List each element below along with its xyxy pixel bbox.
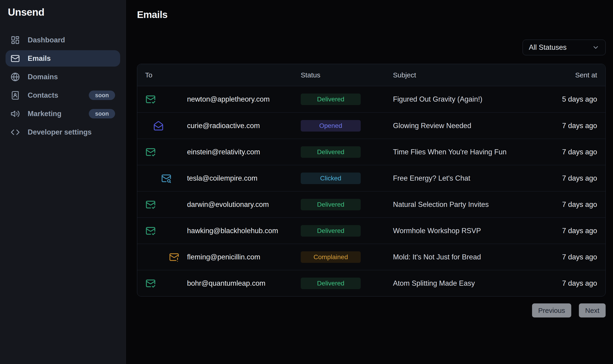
subject-cell: Time Flies When You're Having Fun: [393, 148, 531, 156]
status-badge: Delivered: [301, 93, 361, 105]
page-title: Emails: [137, 9, 606, 21]
previous-button[interactable]: Previous: [532, 303, 572, 317]
status-cell: Opened: [301, 120, 393, 131]
table-row[interactable]: einstein@relativity.com Delivered Time F…: [137, 139, 605, 165]
subject-cell: Wormhole Workshop RSVP: [393, 227, 531, 235]
sidebar-item-emails[interactable]: Emails: [6, 50, 120, 66]
sent-at-cell: 7 days ago: [531, 227, 605, 235]
mail-check-icon: [146, 147, 156, 157]
recipient-cell: tesla@coilempire.com: [137, 173, 301, 183]
sidebar-item-label: Emails: [28, 54, 51, 63]
layout-dashboard-icon: [11, 36, 20, 45]
status-cell: Delivered: [301, 146, 393, 158]
table-row[interactable]: curie@radioactive.com Opened Glowing Rev…: [137, 112, 605, 139]
status-badge: Delivered: [301, 199, 361, 210]
filter-row: All Statuses: [137, 40, 606, 55]
status-cell: Delivered: [301, 225, 393, 237]
status-cell: Delivered: [301, 278, 393, 289]
column-header-subject: Subject: [393, 71, 531, 79]
sidebar-item-label: Developer settings: [28, 128, 92, 136]
subject-cell: Atom Splitting Made Easy: [393, 279, 531, 287]
globe-icon: [11, 72, 20, 81]
next-button[interactable]: Next: [579, 303, 606, 317]
recipient-email: curie@radioactive.com: [187, 122, 260, 130]
sidebar-item-label: Dashboard: [28, 36, 65, 44]
code-icon: [11, 128, 20, 137]
main-content: Emails All Statuses To Status Subject Se…: [126, 0, 613, 364]
mail-open-icon: [153, 121, 163, 131]
sidebar-item-label: Contacts: [28, 91, 58, 100]
subject-cell: Figured Out Gravity (Again!): [393, 95, 531, 104]
table-row[interactable]: fleming@penicillin.com Complained Mold: …: [137, 244, 605, 270]
recipient-email: darwin@evolutionary.com: [187, 200, 269, 209]
sidebar-item-domains[interactable]: Domains: [6, 69, 120, 85]
sidebar-item-label: Marketing: [28, 110, 61, 118]
recipient-email: einstein@relativity.com: [187, 148, 260, 156]
recipient-cell: bohr@quantumleap.com: [137, 278, 301, 288]
table-row[interactable]: tesla@coilempire.com Clicked Free Energy…: [137, 165, 605, 191]
recipient-email: fleming@penicillin.com: [187, 253, 260, 261]
status-badge: Delivered: [301, 278, 361, 289]
soon-badge: soon: [89, 91, 115, 100]
recipient-cell: einstein@relativity.com: [137, 147, 301, 157]
sent-at-cell: 5 days ago: [531, 95, 605, 104]
sidebar: Unsend Dashboard Emails Domains Contacts: [0, 0, 126, 364]
sidebar-item-label: Domains: [28, 73, 58, 81]
status-badge: Complained: [301, 251, 361, 263]
sent-at-cell: 7 days ago: [531, 253, 605, 261]
mail-check-icon: [146, 278, 156, 288]
status-cell: Delivered: [301, 199, 393, 210]
mail-icon: [11, 54, 20, 63]
table-header-row: To Status Subject Sent at: [137, 64, 605, 86]
app-logo: Unsend: [0, 6, 126, 18]
contact-book-icon: [11, 91, 20, 100]
column-header-sent-at: Sent at: [531, 71, 605, 79]
table-body: newton@appletheory.com Delivered Figured…: [137, 86, 605, 296]
mail-check-icon: [146, 199, 156, 210]
status-badge: Delivered: [301, 146, 361, 158]
subject-cell: Mold: It's Not Just for Bread: [393, 253, 531, 261]
recipient-email: tesla@coilempire.com: [187, 174, 257, 182]
sent-at-cell: 7 days ago: [531, 279, 605, 287]
status-filter-select[interactable]: All Statuses: [523, 40, 606, 55]
sidebar-nav: Dashboard Emails Domains Contacts soon: [0, 32, 126, 140]
column-header-status: Status: [301, 71, 393, 79]
sent-at-cell: 7 days ago: [531, 174, 605, 182]
table-row[interactable]: newton@appletheory.com Delivered Figured…: [137, 86, 605, 112]
recipient-email: newton@appletheory.com: [187, 95, 270, 104]
recipient-cell: darwin@evolutionary.com: [137, 199, 301, 210]
mail-check-icon: [146, 226, 156, 236]
recipient-cell: curie@radioactive.com: [137, 121, 301, 131]
emails-table: To Status Subject Sent at: [137, 64, 606, 297]
soon-badge: soon: [89, 109, 115, 118]
table-row[interactable]: bohr@quantumleap.com Delivered Atom Spli…: [137, 270, 605, 296]
table-row[interactable]: darwin@evolutionary.com Delivered Natura…: [137, 191, 605, 218]
recipient-cell: newton@appletheory.com: [137, 94, 301, 104]
sidebar-item-marketing[interactable]: Marketing soon: [6, 105, 120, 122]
recipient-email: bohr@quantumleap.com: [187, 279, 265, 287]
subject-cell: Free Energy? Let's Chat: [393, 174, 531, 182]
status-badge: Delivered: [301, 225, 361, 237]
subject-cell: Natural Selection Party Invites: [393, 200, 531, 209]
recipient-cell: hawking@blackholehub.com: [137, 226, 301, 236]
pagination: Previous Next: [137, 303, 606, 317]
column-header-to: To: [137, 71, 301, 79]
chevron-down-icon: [592, 44, 599, 51]
sent-at-cell: 7 days ago: [531, 148, 605, 156]
status-filter-value: All Statuses: [529, 43, 567, 52]
status-cell: Clicked: [301, 172, 393, 184]
speaker-icon: [11, 109, 20, 118]
status-cell: Complained: [301, 251, 393, 263]
sidebar-item-contacts[interactable]: Contacts soon: [6, 87, 120, 104]
recipient-cell: fleming@penicillin.com: [137, 252, 301, 262]
status-badge: Opened: [301, 120, 361, 131]
sidebar-item-developer-settings[interactable]: Developer settings: [6, 124, 120, 140]
sidebar-item-dashboard[interactable]: Dashboard: [6, 32, 120, 48]
status-badge: Clicked: [301, 172, 361, 184]
table-row[interactable]: hawking@blackholehub.com Delivered Wormh…: [137, 218, 605, 244]
sent-at-cell: 7 days ago: [531, 200, 605, 209]
sent-at-cell: 7 days ago: [531, 122, 605, 130]
subject-cell: Glowing Review Needed: [393, 122, 531, 130]
mail-check-icon: [146, 94, 156, 104]
mail-search-icon: [161, 173, 171, 183]
